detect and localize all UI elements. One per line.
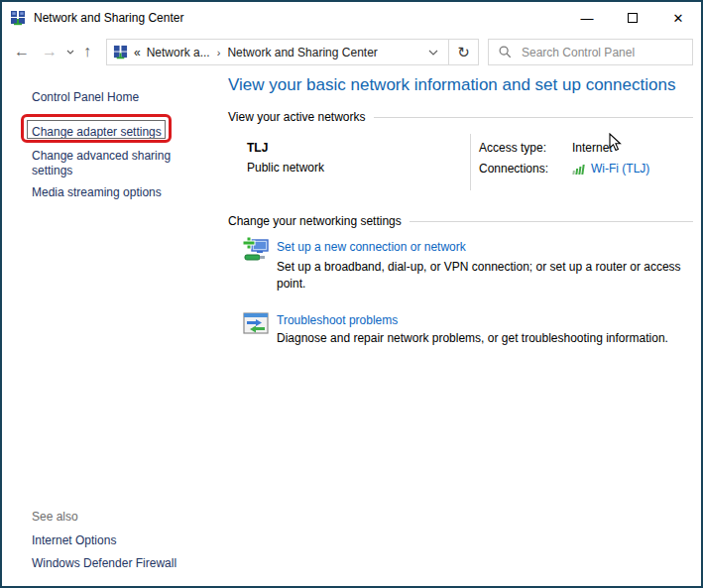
search-input[interactable]	[520, 45, 692, 60]
active-networks-section-header: View your active networks	[228, 110, 693, 124]
network-details: Access type: Internet Connections: Wi-Fi…	[479, 141, 693, 182]
network-app-icon	[10, 10, 26, 26]
window-title: Network and Sharing Center	[34, 11, 183, 25]
wifi-signal-icon	[572, 163, 587, 175]
setup-new-connection-link[interactable]: Set up a new connection or network	[277, 240, 466, 254]
access-type-value: Internet	[572, 141, 613, 155]
access-type-row: Access type: Internet	[479, 141, 693, 155]
sidebar-item-change-advanced-sharing[interactable]: Change advanced sharing settings	[32, 149, 190, 178]
chevron-down-icon	[428, 50, 438, 56]
forward-button[interactable]: →	[36, 44, 63, 59]
network-sharing-center-window: Network and Sharing Center — ✕ ← → ↑ « N…	[0, 0, 703, 588]
sidebar-item-control-panel-home[interactable]: Control Panel Home	[32, 90, 190, 105]
network-name: TLJ	[247, 141, 268, 155]
new-connection-icon	[243, 237, 270, 264]
page-title: View your basic network information and …	[228, 75, 694, 95]
minimize-button[interactable]: —	[564, 2, 610, 34]
maximize-icon	[628, 13, 638, 23]
breadcrumb-current[interactable]: Network and Sharing Center	[227, 46, 377, 59]
breadcrumb-separator-icon: ›	[217, 47, 221, 59]
breadcrumb-parent[interactable]: Network a...	[147, 46, 210, 59]
close-button[interactable]: ✕	[655, 2, 701, 34]
close-icon: ✕	[673, 11, 684, 26]
access-type-label: Access type:	[479, 141, 572, 155]
minimize-icon: —	[581, 11, 594, 26]
networking-settings-section-header: Change your networking settings	[228, 214, 693, 228]
sidebar-item-change-adapter-settings[interactable]: Change adapter settings	[32, 125, 190, 140]
sidebar-item-internet-options[interactable]: Internet Options	[32, 533, 190, 548]
search-icon	[499, 46, 512, 59]
chevron-down-icon	[66, 50, 74, 55]
search-box[interactable]	[488, 39, 693, 65]
back-button[interactable]: ←	[8, 44, 36, 59]
recent-pages-dropdown[interactable]	[63, 50, 77, 55]
connections-row: Connections: Wi-Fi (TLJ)	[479, 162, 693, 176]
setup-new-connection-description: Set up a broadband, dial-up, or VPN conn…	[277, 259, 703, 293]
maximize-button[interactable]	[610, 2, 655, 34]
troubleshoot-problems-link[interactable]: Troubleshoot problems	[277, 313, 398, 327]
breadcrumb-prefix[interactable]: «	[134, 46, 141, 59]
section-divider	[410, 221, 693, 222]
network-breadcrumb-icon	[113, 45, 128, 59]
up-button[interactable]: ↑	[77, 44, 97, 59]
connections-label: Connections:	[479, 162, 572, 176]
address-dropdown[interactable]	[418, 50, 448, 56]
active-networks-label: View your active networks	[228, 110, 366, 124]
window-controls: — ✕	[564, 2, 701, 34]
sidebar-item-windows-defender-firewall[interactable]: Windows Defender Firewall	[32, 556, 190, 571]
section-divider	[374, 117, 693, 118]
refresh-button[interactable]: ↻	[449, 44, 478, 61]
troubleshoot-problems-description: Diagnose and repair network problems, or…	[277, 330, 703, 347]
title-bar: Network and Sharing Center — ✕	[2, 2, 701, 34]
address-bar[interactable]: « Network a... › Network and Sharing Cen…	[106, 39, 479, 65]
navigation-toolbar: ← → ↑ « Network a... › Network and Shari…	[2, 34, 701, 69]
network-profile: Public network	[247, 161, 324, 175]
sidebar-item-media-streaming[interactable]: Media streaming options	[32, 185, 190, 200]
network-column-divider	[470, 134, 471, 190]
see-also-header: See also	[32, 510, 78, 524]
troubleshoot-icon	[243, 310, 270, 337]
networking-settings-label: Change your networking settings	[228, 214, 402, 228]
wifi-connection-link[interactable]: Wi-Fi (TLJ)	[591, 162, 649, 176]
